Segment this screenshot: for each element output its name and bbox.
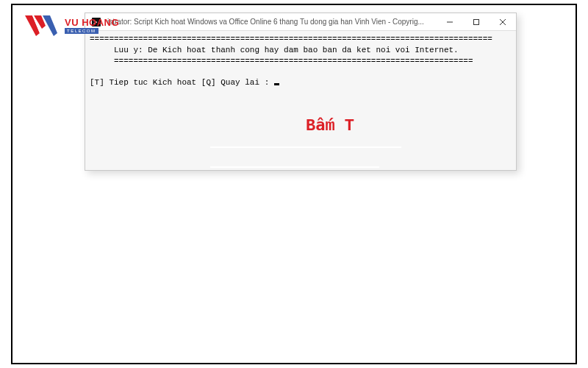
brand-logo: VU HOANG TELECOM (24, 14, 119, 38)
console-body[interactable]: ========================================… (85, 31, 516, 170)
svg-rect-7 (474, 19, 479, 24)
maximize-button[interactable] (463, 13, 490, 30)
window-titlebar: > istrator: Script Kich hoat Windows va … (85, 13, 516, 31)
close-button[interactable] (490, 13, 516, 30)
decorative-line (210, 146, 401, 148)
annotation-label: Bấm T (306, 116, 354, 138)
cursor-icon (274, 83, 279, 85)
console-notice: Luu y: De Kich hoat thanh cong hay dam b… (90, 46, 459, 54)
window-controls (437, 13, 516, 30)
logo-name: VU HOANG (65, 18, 119, 27)
console-rule: ========================================… (90, 57, 473, 66)
console-rule: ========================================… (90, 35, 492, 43)
logo-text: VU HOANG TELECOM (65, 18, 119, 34)
window-title: istrator: Script Kich hoat Windows va Of… (107, 18, 437, 26)
minimize-button[interactable] (437, 13, 463, 30)
console-prompt: [T] Tiep tuc Kich hoat [Q] Quay lai : (90, 78, 274, 87)
command-window: > istrator: Script Kich hoat Windows va … (85, 13, 517, 171)
logo-subtitle: TELECOM (65, 28, 98, 34)
outer-frame: VU HOANG TELECOM > istrator: Script Kich… (11, 4, 577, 364)
logo-mark-icon (24, 14, 62, 38)
decorative-line (210, 166, 379, 168)
